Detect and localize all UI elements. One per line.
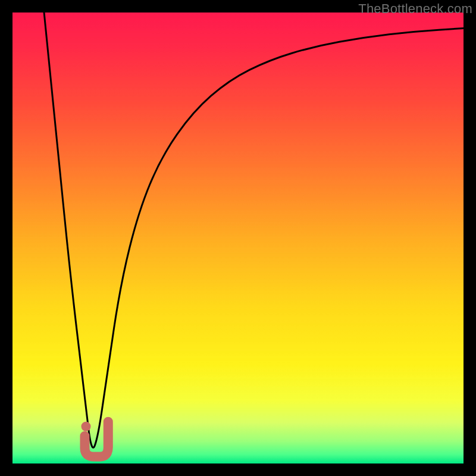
optimal-marker [81,422,108,457]
bottleneck-curve [44,12,464,447]
chart-plot [12,12,464,464]
marker-dot [81,422,90,431]
chart-frame [12,12,464,464]
watermark-text: TheBottleneck.com [358,1,472,17]
